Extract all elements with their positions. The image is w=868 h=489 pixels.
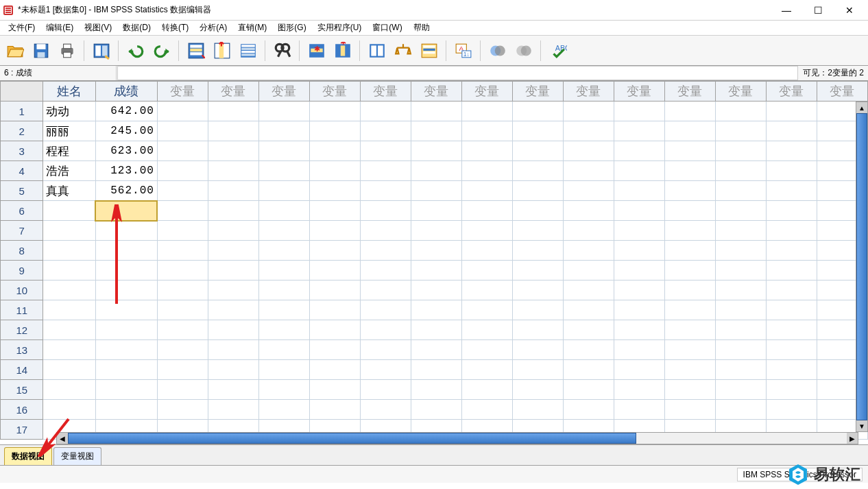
row-header[interactable]: 15 [1,380,43,400]
cell[interactable] [766,161,817,181]
cell[interactable] [411,320,461,340]
cell[interactable] [157,380,208,400]
cell[interactable] [360,181,411,201]
insert-case-button[interactable]: ✱ [306,40,328,62]
cell[interactable] [512,380,563,400]
select-cases-button[interactable] [418,40,440,62]
cell[interactable] [360,261,411,281]
cell[interactable] [411,360,461,380]
column-header-empty[interactable]: 变量 [258,82,309,102]
row-header[interactable]: 4 [1,161,43,181]
cell[interactable] [157,400,208,420]
cell[interactable] [157,241,208,261]
cell[interactable] [512,300,563,320]
cell[interactable] [715,141,766,161]
cell[interactable] [411,141,461,161]
cell[interactable] [360,141,411,161]
scroll-up-arrow[interactable]: ▲ [856,102,867,113]
row-header[interactable]: 6 [1,201,43,221]
cell[interactable] [309,300,360,320]
menu-窗口(W)[interactable]: 窗口(W) [367,21,407,35]
cell[interactable] [43,201,95,221]
cell[interactable] [258,300,309,320]
cell[interactable] [95,360,157,380]
cell[interactable] [208,340,258,360]
data-grid[interactable]: 姓名成绩变量变量变量变量变量变量变量变量变量变量变量变量变量变量1动动642.0… [0,81,868,440]
cell[interactable] [614,300,664,320]
cell[interactable] [664,161,715,181]
data-props-button[interactable] [91,40,112,62]
cell[interactable] [563,241,614,261]
cell[interactable] [461,300,512,320]
cell[interactable] [512,360,563,380]
cell[interactable] [258,340,309,360]
menu-实用程序(U)[interactable]: 实用程序(U) [312,21,367,35]
cell[interactable] [461,360,512,380]
cell[interactable] [208,141,258,161]
split-file-button[interactable] [366,40,388,62]
cell[interactable] [258,281,309,300]
menu-转换(T)[interactable]: 转换(T) [156,21,194,35]
view-tab-变量视图[interactable]: 变量视图 [53,447,101,465]
cell[interactable] [563,201,614,221]
cell[interactable] [43,281,95,300]
row-header[interactable]: 9 [1,261,43,281]
cell[interactable] [563,360,614,380]
menu-分析(A)[interactable]: 分析(A) [194,21,232,35]
cell[interactable] [715,181,766,201]
cell[interactable] [563,400,614,420]
cell[interactable] [360,241,411,261]
cell[interactable] [95,201,157,221]
cell[interactable] [715,102,766,121]
cell[interactable] [715,261,766,281]
cell[interactable] [360,102,411,121]
cell[interactable] [461,380,512,400]
cell[interactable] [309,340,360,360]
cell[interactable] [614,161,664,181]
cell[interactable] [309,281,360,300]
cell[interactable] [43,380,95,400]
column-header-empty[interactable]: 变量 [563,82,614,102]
cell[interactable] [461,161,512,181]
cell[interactable] [766,121,817,141]
cell[interactable]: 浩浩 [43,161,95,181]
cell[interactable] [461,181,512,201]
scroll-down-arrow[interactable]: ▼ [856,420,867,431]
cell[interactable] [512,201,563,221]
cell[interactable] [309,161,360,181]
cell[interactable] [614,320,664,340]
cell[interactable] [766,320,817,340]
cell[interactable] [157,360,208,380]
cell[interactable] [208,221,258,241]
cell[interactable] [563,102,614,121]
cell[interactable] [309,141,360,161]
cell[interactable] [563,300,614,320]
cell[interactable] [95,300,157,320]
cell[interactable] [512,141,563,161]
cell[interactable] [258,141,309,161]
cell[interactable] [157,141,208,161]
cell[interactable] [563,221,614,241]
cell[interactable] [512,281,563,300]
cell[interactable] [766,241,817,261]
cell[interactable] [208,360,258,380]
cell[interactable] [563,320,614,340]
cell[interactable] [614,181,664,201]
cell[interactable] [614,241,664,261]
cell[interactable] [512,221,563,241]
cell[interactable] [512,241,563,261]
cell[interactable] [360,201,411,221]
cell[interactable] [614,380,664,400]
cell[interactable] [614,221,664,241]
cell[interactable]: 623.00 [95,141,157,161]
spell-check-button[interactable]: ABC [547,40,569,62]
cell[interactable] [664,281,715,300]
cell[interactable] [512,121,563,141]
cell[interactable] [411,380,461,400]
cell[interactable] [766,380,817,400]
menu-直销(M)[interactable]: 直销(M) [232,21,272,35]
cell[interactable] [766,340,817,360]
cell[interactable] [208,300,258,320]
cell[interactable] [157,102,208,121]
cell[interactable] [309,360,360,380]
